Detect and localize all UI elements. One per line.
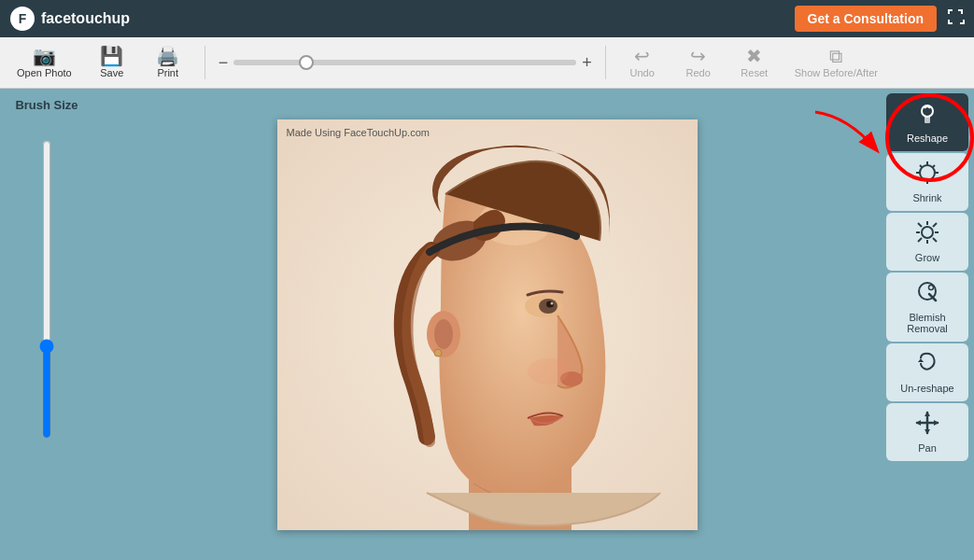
show-before-after-button[interactable]: ⧉ Show Before/After	[787, 43, 885, 82]
un-reshape-label: Un-reshape	[900, 383, 953, 394]
svg-point-38	[929, 286, 934, 290]
shrink-icon	[915, 161, 939, 189]
svg-marker-45	[934, 420, 939, 426]
reset-button[interactable]: ✖ Reset	[731, 43, 778, 82]
logo-area: F facetouchup	[9, 6, 130, 32]
grow-icon	[915, 220, 939, 248]
svg-line-34	[933, 223, 937, 227]
un-reshape-tool-button[interactable]: Un-reshape	[886, 343, 968, 401]
shrink-label: Shrink	[912, 192, 941, 203]
grow-label: Grow	[915, 252, 939, 263]
blemish-removal-label: Blemish Removal	[890, 312, 965, 334]
toolbar: 📷 Open Photo 💾 Save 🖨️ Print − + ↩ Undo …	[0, 37, 974, 89]
svg-marker-43	[925, 429, 930, 434]
header: F facetouchup Get a Consultation	[0, 0, 974, 37]
svg-point-15	[528, 358, 569, 385]
reset-icon: ✖	[746, 47, 762, 65]
brush-size-slider[interactable]	[43, 140, 50, 439]
reshape-icon	[915, 101, 939, 129]
zoom-slider[interactable]	[233, 60, 576, 65]
svg-point-12	[434, 319, 453, 349]
left-panel: Brush Size	[0, 89, 93, 560]
grow-tool-button[interactable]: Grow	[886, 213, 968, 271]
undo-icon: ↩	[634, 47, 650, 65]
brush-size-label: Brush Size	[15, 98, 78, 112]
zoom-plus-button[interactable]: +	[582, 53, 592, 73]
toolbar-divider-1	[205, 46, 205, 79]
svg-line-35	[918, 238, 922, 242]
photo-watermark: Made Using FaceTouchUp.com	[287, 127, 430, 138]
shrink-tool-button[interactable]: Shrink	[886, 153, 968, 211]
right-panel: Reshape Shrink	[881, 89, 974, 560]
header-right: Get a Consultation	[795, 6, 965, 32]
redo-icon: ↪	[690, 47, 706, 65]
pan-label: Pan	[918, 442, 937, 454]
reshape-label: Reshape	[907, 133, 948, 144]
save-icon: 💾	[100, 47, 123, 65]
blemish-removal-tool-button[interactable]: Blemish Removal	[886, 273, 968, 342]
before-after-icon: ⧉	[829, 47, 842, 65]
save-button[interactable]: 💾 Save	[89, 43, 135, 82]
svg-line-33	[918, 223, 922, 227]
svg-line-24	[920, 165, 923, 168]
main-area: Brush Size Made Using FaceTouchUp.com	[0, 89, 974, 560]
print-button[interactable]: 🖨️ Print	[145, 43, 191, 82]
svg-line-25	[933, 165, 936, 168]
pan-icon	[915, 411, 939, 439]
fullscreen-button[interactable]	[946, 7, 965, 31]
un-reshape-icon	[915, 351, 939, 379]
zoom-minus-button[interactable]: −	[219, 53, 229, 73]
reshape-tool-button[interactable]: Reshape	[886, 93, 968, 151]
redo-button[interactable]: ↪ Redo	[675, 43, 722, 82]
svg-marker-42	[925, 412, 930, 416]
pan-tool-button[interactable]: Pan	[886, 403, 968, 461]
zoom-area: − +	[219, 53, 592, 73]
svg-line-36	[933, 238, 937, 242]
print-icon: 🖨️	[156, 47, 179, 65]
blemish-removal-icon	[915, 280, 939, 308]
svg-point-9	[550, 301, 553, 304]
brush-slider-container	[43, 121, 50, 457]
toolbar-divider-2	[605, 46, 606, 79]
svg-point-14	[434, 349, 442, 357]
svg-point-28	[922, 227, 933, 238]
svg-rect-18	[925, 116, 930, 123]
face-image	[277, 119, 698, 530]
svg-text:F: F	[19, 11, 27, 26]
consultation-button[interactable]: Get a Consultation	[795, 6, 937, 32]
svg-marker-44	[916, 420, 921, 426]
photo-container: Made Using FaceTouchUp.com	[277, 119, 698, 530]
svg-line-27	[933, 178, 936, 181]
logo-icon: F	[9, 6, 35, 32]
open-photo-icon: 📷	[33, 47, 56, 65]
canvas-area: Made Using FaceTouchUp.com	[93, 89, 881, 560]
logo-text: facetouchup	[41, 10, 130, 27]
svg-line-26	[920, 178, 923, 181]
undo-button[interactable]: ↩ Undo	[619, 43, 666, 82]
open-photo-button[interactable]: 📷 Open Photo	[9, 43, 79, 82]
